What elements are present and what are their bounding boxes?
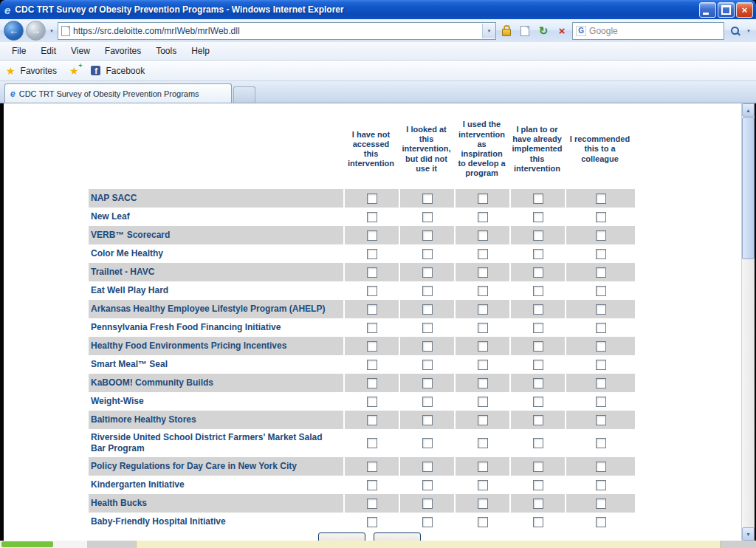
checkbox[interactable] — [533, 286, 543, 296]
address-dropdown-button[interactable]: ▼ — [482, 24, 495, 38]
scroll-down-button[interactable]: ▼ — [742, 527, 755, 541]
checkbox[interactable] — [596, 249, 606, 259]
menu-tools[interactable]: Tools — [148, 44, 184, 58]
checkbox[interactable] — [422, 304, 433, 315]
checkbox[interactable] — [422, 341, 433, 352]
checkbox[interactable] — [596, 304, 606, 315]
vertical-scrollbar[interactable]: ▲ ▼ — [741, 103, 755, 541]
tab-active[interactable]: e CDC TRT Survey of Obesity Prevention P… — [4, 83, 232, 103]
checkbox[interactable] — [533, 397, 543, 407]
menu-edit[interactable]: Edit — [33, 44, 63, 58]
checkbox[interactable] — [367, 323, 377, 333]
stop-button[interactable]: × — [554, 23, 570, 39]
back-button[interactable]: ← — [4, 21, 24, 41]
checkbox[interactable] — [533, 267, 543, 278]
checkbox[interactable] — [533, 378, 543, 388]
checkbox[interactable] — [367, 286, 377, 296]
checkbox[interactable] — [478, 499, 488, 509]
search-submit-button[interactable] — [726, 23, 743, 39]
menu-favorites[interactable]: Favorites — [97, 44, 148, 58]
checkbox[interactable] — [478, 212, 488, 222]
checkbox[interactable] — [367, 341, 377, 352]
search-placeholder-text[interactable]: Google — [589, 26, 724, 36]
checkbox[interactable] — [533, 323, 543, 333]
menu-file[interactable]: File — [4, 44, 33, 58]
checkbox[interactable] — [533, 499, 543, 509]
refresh-button[interactable]: ↻ — [535, 23, 551, 39]
checkbox[interactable] — [596, 230, 606, 241]
history-dropdown-icon[interactable]: ▼ — [48, 29, 55, 33]
checkbox[interactable] — [367, 267, 377, 278]
checkbox[interactable] — [367, 480, 377, 490]
checkbox[interactable] — [422, 462, 433, 472]
checkbox[interactable] — [422, 267, 433, 278]
checkbox[interactable] — [533, 360, 543, 370]
checkbox[interactable] — [422, 438, 433, 448]
checkbox[interactable] — [367, 499, 377, 509]
minimize-button[interactable] — [699, 2, 716, 18]
checkbox[interactable] — [367, 360, 377, 370]
checkbox[interactable] — [533, 480, 543, 490]
add-favorite-button[interactable]: ★+ — [69, 66, 79, 76]
checkbox[interactable] — [596, 323, 606, 333]
checkbox[interactable] — [367, 462, 377, 472]
close-button[interactable]: × — [736, 2, 753, 18]
checkbox[interactable] — [422, 397, 433, 407]
checkbox[interactable] — [422, 415, 433, 425]
checkbox[interactable] — [533, 304, 543, 315]
checkbox[interactable] — [422, 286, 433, 296]
search-options-dropdown-icon[interactable]: ▼ — [745, 29, 752, 33]
checkbox[interactable] — [478, 438, 488, 448]
checkbox[interactable] — [478, 415, 488, 425]
security-lock-button[interactable] — [498, 23, 515, 39]
previous-button-partial[interactable] — [318, 532, 365, 541]
checkbox[interactable] — [367, 397, 377, 407]
checkbox[interactable] — [478, 286, 488, 296]
checkbox[interactable] — [533, 193, 543, 204]
checkbox[interactable] — [478, 341, 488, 352]
checkbox[interactable] — [422, 230, 433, 241]
checkbox[interactable] — [596, 438, 606, 448]
checkbox[interactable] — [367, 517, 377, 527]
scrollbar-thumb[interactable] — [742, 117, 755, 259]
menu-view[interactable]: View — [63, 44, 97, 58]
checkbox[interactable] — [422, 212, 433, 222]
checkbox[interactable] — [478, 480, 488, 490]
checkbox[interactable] — [533, 212, 543, 222]
checkbox[interactable] — [422, 249, 433, 259]
checkbox[interactable] — [422, 193, 433, 204]
checkbox[interactable] — [596, 267, 606, 278]
checkbox[interactable] — [533, 438, 543, 448]
checkbox[interactable] — [422, 517, 433, 527]
checkbox[interactable] — [422, 323, 433, 333]
scrollbar-track[interactable] — [742, 260, 755, 527]
checkbox[interactable] — [422, 360, 433, 370]
checkbox[interactable] — [596, 193, 606, 204]
checkbox[interactable] — [596, 480, 606, 490]
checkbox[interactable] — [596, 341, 606, 352]
checkbox[interactable] — [367, 249, 377, 259]
address-bar[interactable]: https://src.deloitte.com/mrIWeb/mrIWeb.d… — [58, 22, 496, 40]
checkbox[interactable] — [478, 378, 488, 388]
checkbox[interactable] — [478, 249, 488, 259]
menu-help[interactable]: Help — [184, 44, 217, 58]
next-button-partial[interactable] — [374, 532, 421, 541]
favorites-link-facebook[interactable]: Facebook — [106, 66, 145, 76]
checkbox[interactable] — [596, 286, 606, 296]
checkbox[interactable] — [533, 517, 543, 527]
checkbox[interactable] — [596, 212, 606, 222]
favorites-button[interactable]: Favorites — [21, 66, 57, 76]
forward-button[interactable]: → — [26, 21, 46, 41]
checkbox[interactable] — [533, 249, 543, 259]
checkbox[interactable] — [533, 341, 543, 352]
url-text[interactable]: https://src.deloitte.com/mrIWeb/mrIWeb.d… — [73, 26, 479, 36]
scroll-up-button[interactable]: ▲ — [742, 103, 755, 117]
checkbox[interactable] — [478, 462, 488, 472]
checkbox[interactable] — [478, 517, 488, 527]
checkbox[interactable] — [367, 378, 377, 388]
checkbox[interactable] — [367, 230, 377, 241]
checkbox[interactable] — [533, 462, 543, 472]
new-tab-stub[interactable] — [233, 86, 255, 103]
checkbox[interactable] — [478, 323, 488, 333]
checkbox[interactable] — [367, 193, 377, 204]
